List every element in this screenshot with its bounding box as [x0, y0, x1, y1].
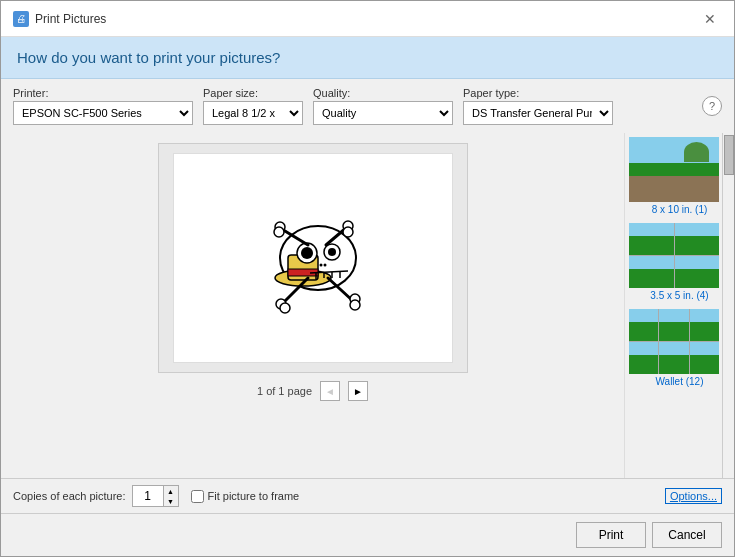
grid-cell-2	[675, 223, 720, 255]
wallet-cell-3	[690, 309, 719, 341]
grid-cell-1	[629, 223, 674, 255]
printer-label: Printer:	[13, 87, 193, 99]
nav-controls: 1 of 1 page ◄ ►	[257, 381, 368, 401]
thumbnail-scrollbar[interactable]	[722, 133, 734, 478]
title-bar: 🖨 Print Pictures ✕	[1, 1, 734, 37]
dialog-title: Print Pictures	[35, 12, 106, 26]
wallet-cell-2	[659, 309, 688, 341]
thumb-image-8x10	[629, 137, 719, 202]
fit-checkbox[interactable]	[191, 490, 204, 503]
quality-label: Quality:	[313, 87, 453, 99]
svg-point-20	[343, 227, 353, 237]
banner-text: How do you want to print your pictures?	[17, 49, 280, 66]
wallet-cell-1	[629, 309, 658, 341]
options-link[interactable]: Options...	[665, 488, 722, 504]
controls-row: Printer: EPSON SC-F500 Series Paper size…	[1, 79, 734, 133]
paper-type-select[interactable]: DS Transfer General Pur	[463, 101, 613, 125]
thumb-image-3x5	[629, 223, 719, 288]
bottom-row: Copies of each picture: ▲ ▼ Fit picture …	[1, 478, 734, 513]
spin-down-button[interactable]: ▼	[164, 496, 178, 506]
quality-group: Quality: Quality	[313, 87, 453, 125]
next-page-button[interactable]: ►	[348, 381, 368, 401]
copies-input[interactable]	[133, 486, 163, 506]
svg-point-9	[323, 264, 326, 267]
page-info: 1 of 1 page	[257, 385, 312, 397]
preview-area: 1 of 1 page ◄ ►	[1, 133, 624, 478]
skull-drawing	[228, 173, 398, 343]
copies-input-wrap: ▲ ▼	[132, 485, 179, 507]
wallet-cell-4	[629, 342, 658, 374]
cancel-button[interactable]: Cancel	[652, 522, 722, 548]
svg-point-17	[274, 227, 284, 237]
quality-select[interactable]: Quality	[313, 101, 453, 125]
svg-point-8	[319, 264, 322, 267]
copies-group: Copies of each picture: ▲ ▼	[13, 485, 179, 507]
title-bar-left: 🖨 Print Pictures	[13, 11, 106, 27]
spin-up-button[interactable]: ▲	[164, 486, 178, 496]
paper-type-group: Paper type: DS Transfer General Pur	[463, 87, 613, 125]
thumbnail-wallet[interactable]: Wallet (12)	[629, 309, 730, 387]
page-preview	[158, 143, 468, 373]
fit-checkbox-group: Fit picture to frame	[191, 490, 300, 503]
thumb-image-wallet	[629, 309, 719, 374]
close-button[interactable]: ✕	[698, 7, 722, 31]
grid-cell-3	[629, 256, 674, 288]
paper-size-label: Paper size:	[203, 87, 303, 99]
svg-point-23	[280, 303, 290, 313]
printer-group: Printer: EPSON SC-F500 Series	[13, 87, 193, 125]
spinner-buttons: ▲ ▼	[163, 486, 178, 506]
wallet-cell-5	[659, 342, 688, 374]
print-icon: 🖨	[13, 11, 29, 27]
prev-page-button[interactable]: ◄	[320, 381, 340, 401]
help-icon[interactable]: ?	[702, 96, 722, 116]
footer-row: Print Cancel	[1, 513, 734, 556]
paper-size-group: Paper size: Legal 8 1/2 x	[203, 87, 303, 125]
grid-cell-4	[675, 256, 720, 288]
thumb-label-3x5: 3.5 x 5 in. (4)	[629, 290, 730, 301]
print-dialog: 🖨 Print Pictures ✕ How do you want to pr…	[0, 0, 735, 557]
wallet-cell-6	[690, 342, 719, 374]
svg-point-7	[328, 248, 336, 256]
thumbnail-3x5[interactable]: 3.5 x 5 in. (4)	[629, 223, 730, 301]
header-banner: How do you want to print your pictures?	[1, 37, 734, 79]
thumbnail-panel: 8 x 10 in. (1) 3.5 x 5 in. (4)	[624, 133, 734, 478]
paper-white	[173, 153, 453, 363]
svg-point-5	[301, 247, 313, 259]
paper-type-label: Paper type:	[463, 87, 613, 99]
printer-select[interactable]: EPSON SC-F500 Series	[13, 101, 193, 125]
print-button[interactable]: Print	[576, 522, 646, 548]
thumbnail-8x10[interactable]: 8 x 10 in. (1)	[629, 137, 730, 215]
main-content: 1 of 1 page ◄ ► 8 x 10 in. (1) 3.5 x 5	[1, 133, 734, 478]
fit-label: Fit picture to frame	[208, 490, 300, 502]
svg-point-26	[350, 300, 360, 310]
paper-size-select[interactable]: Legal 8 1/2 x	[203, 101, 303, 125]
scroll-thumb	[724, 135, 734, 175]
thumb-label-wallet: Wallet (12)	[629, 376, 730, 387]
thumb-label-8x10: 8 x 10 in. (1)	[629, 204, 730, 215]
copies-label: Copies of each picture:	[13, 490, 126, 502]
